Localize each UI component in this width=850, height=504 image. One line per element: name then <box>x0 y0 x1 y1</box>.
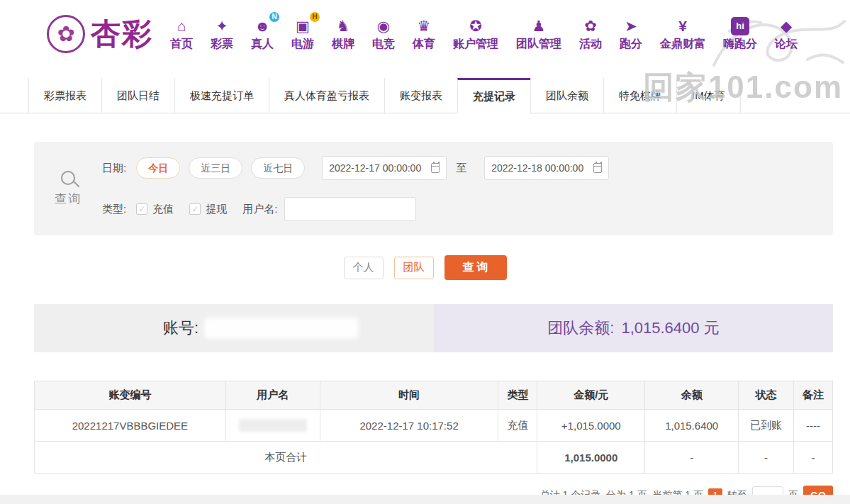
summary-remark: - <box>794 442 833 474</box>
cell-type: 充值 <box>498 410 537 442</box>
account-summary-bar: 账号: 团队余额: 1,015.6400 元 <box>34 304 833 352</box>
new-badge: N <box>269 12 279 22</box>
hi-paofen-icon: hi <box>731 17 749 35</box>
nav-item-activity[interactable]: ✿ 活动 <box>579 17 602 52</box>
nav-items: ⌂ 首页 ✦ 彩票 ☻N 真人 ▣H 电游 ♞ 棋牌 ◉ 电竞 ♛ 体育 ✪ 账 <box>170 17 798 52</box>
nav-label: 团队管理 <box>516 37 561 52</box>
table-header-row: 账变编号 用户名 时间 类型 金额/元 余额 状态 备注 <box>35 381 833 410</box>
nav-item-chess[interactable]: ♞ 棋牌 <box>332 17 354 52</box>
tab-free-chess[interactable]: 特免棋牌 <box>603 78 676 113</box>
nav-item-esports[interactable]: ◉ 电竞 <box>372 17 395 52</box>
col-header-remark: 备注 <box>794 381 833 410</box>
nav-item-sports[interactable]: ♛ 体育 <box>413 17 435 52</box>
deposit-checkbox-label: 充值 <box>152 203 174 216</box>
team-scope-button[interactable]: 团队 <box>394 257 434 279</box>
sports-trophy-icon: ♛ <box>415 17 433 35</box>
range-today-button[interactable]: 今日 <box>136 157 180 179</box>
withdraw-checkbox-option[interactable]: ✓ 提现 <box>189 203 227 216</box>
summary-status: - <box>739 442 794 474</box>
nav-label: 棋牌 <box>332 37 354 52</box>
tab-live-sports-pnl[interactable]: 真人体育盈亏报表 <box>269 78 384 113</box>
paofen-icon: ➤ <box>622 17 640 35</box>
tab-im-sports[interactable]: IM体育 <box>676 78 741 113</box>
nav-item-live[interactable]: ☻N 真人 <box>251 17 274 52</box>
table-row: 20221217VBBBGIEDEE 2022-12-17 10:17:52 充… <box>35 410 833 442</box>
withdraw-checkbox[interactable]: ✓ <box>189 203 201 215</box>
nav-label: 体育 <box>413 37 435 52</box>
nav-item-paofen[interactable]: ➤ 跑分 <box>620 17 642 52</box>
nav-item-hi-paofen[interactable]: hi 嗨跑分 <box>723 17 757 52</box>
cell-change-id: 20221217VBBBGIEDEE <box>35 410 226 442</box>
range-7days-button[interactable]: 近七日 <box>251 157 305 179</box>
live-person-icon: ☻N <box>253 17 272 35</box>
date-from-picker[interactable] <box>322 156 447 180</box>
query-button[interactable]: 查 询 <box>444 255 507 280</box>
deposit-checkbox-option[interactable]: ✓ 充值 <box>136 203 174 216</box>
team-mgmt-icon: ♟ <box>530 17 548 35</box>
hot-badge: H <box>310 12 320 22</box>
cell-status: 已到账 <box>739 410 794 442</box>
withdraw-checkbox-label: 提现 <box>206 203 227 216</box>
nav-item-account-mgmt[interactable]: ✪ 账户管理 <box>453 17 498 52</box>
calendar-icon <box>431 163 440 173</box>
date-from-input[interactable] <box>329 162 428 174</box>
tab-lottery-report[interactable]: 彩票报表 <box>28 78 101 113</box>
top-navigation: ✿ 杏彩 ⌂ 首页 ✦ 彩票 ☻N 真人 ▣H 电游 ♞ 棋牌 ◉ 电竞 ♛ 体… <box>0 0 850 68</box>
nav-label: 论坛 <box>775 37 798 52</box>
team-balance-value: 1,015.6400 元 <box>621 318 719 339</box>
team-balance-label: 团队余额: <box>547 318 614 339</box>
tab-team-balance[interactable]: 团队余额 <box>530 78 603 113</box>
col-header-time: 时间 <box>320 381 498 410</box>
col-header-change-id: 账变编号 <box>35 381 226 410</box>
scope-action-row: 个人 团队 查 询 <box>0 255 850 280</box>
cell-amount: +1,015.0000 <box>537 410 645 442</box>
nav-label: 电竞 <box>372 37 395 52</box>
summary-row: 本页合计 1,015.0000 - - - <box>35 442 833 474</box>
tab-express-orders[interactable]: 极速充提订单 <box>174 78 269 113</box>
col-header-username: 用户名 <box>225 381 320 410</box>
nav-label: 首页 <box>170 37 193 52</box>
nav-item-lottery[interactable]: ✦ 彩票 <box>211 17 233 52</box>
deposit-checkbox[interactable]: ✓ <box>136 203 147 215</box>
query-side-label: 查询 <box>55 191 82 207</box>
cell-balance: 1,015.6400 <box>645 410 739 442</box>
tab-account-change-report[interactable]: 账变报表 <box>384 78 457 113</box>
username-redacted-value <box>239 419 307 432</box>
nav-item-team-mgmt[interactable]: ♟ 团队管理 <box>516 17 561 52</box>
team-balance-section: 团队余额: 1,015.6400 元 <box>434 304 833 352</box>
cell-username <box>225 410 320 442</box>
chess-icon: ♞ <box>334 17 352 35</box>
nav-label: 账户管理 <box>453 37 498 52</box>
nav-item-egames[interactable]: ▣H 电游 <box>291 17 314 52</box>
nav-item-forum[interactable]: ◆ 论坛 <box>775 17 798 52</box>
esports-icon: ◉ <box>374 17 393 35</box>
date-to-picker[interactable] <box>484 156 609 180</box>
wealth-icon: ¥ <box>673 17 692 35</box>
personal-scope-button[interactable]: 个人 <box>344 257 384 279</box>
nav-item-home[interactable]: ⌂ 首页 <box>170 17 193 52</box>
search-filter-panel: 查询 日期: 今日 近三日 近七日 至 类型: ✓ 充值 ✓ <box>34 142 833 235</box>
nav-label: 嗨跑分 <box>723 37 757 52</box>
brand-name: 杏彩 <box>91 14 153 54</box>
date-filter-row: 日期: 今日 近三日 近七日 至 <box>102 156 833 180</box>
query-side-button[interactable]: 查询 <box>34 156 102 221</box>
brand-logo[interactable]: ✿ 杏彩 <box>47 14 153 54</box>
summary-label: 本页合计 <box>35 442 537 474</box>
username-label: 用户名: <box>242 203 277 216</box>
forum-icon: ◆ <box>777 17 795 35</box>
range-3days-button[interactable]: 近三日 <box>189 157 242 179</box>
cell-remark: ---- <box>794 410 833 442</box>
account-mgmt-icon: ✪ <box>466 17 485 35</box>
date-to-input[interactable] <box>491 162 591 174</box>
col-header-amount: 金额/元 <box>537 381 645 410</box>
tab-team-daily[interactable]: 团队日结 <box>101 78 174 113</box>
calendar-icon <box>593 163 602 173</box>
account-label: 账号: <box>163 318 198 339</box>
date-to-label: 至 <box>456 162 466 175</box>
nav-label: 电游 <box>291 37 314 52</box>
tab-deposit-withdraw-records[interactable]: 充提记录 <box>457 78 530 113</box>
username-input[interactable] <box>284 197 416 221</box>
search-icon <box>61 171 75 185</box>
lottery-icon: ✦ <box>213 17 231 35</box>
nav-item-wealth[interactable]: ¥ 金鼎财富 <box>660 17 705 52</box>
